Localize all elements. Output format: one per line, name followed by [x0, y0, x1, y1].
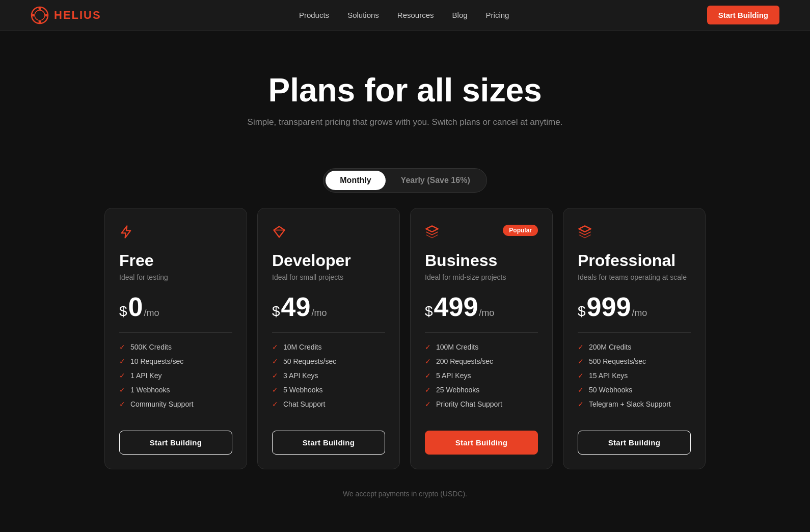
- pro-feature-4: ✓ Telegram + Slack Support: [578, 400, 691, 408]
- svg-point-1: [35, 10, 45, 20]
- business-dollar: $: [425, 303, 433, 320]
- free-amount: 0: [128, 294, 143, 320]
- nav-solutions[interactable]: Solutions: [347, 11, 379, 19]
- dev-feature-0: ✓ 10M Credits: [272, 343, 385, 351]
- svg-point-4: [32, 14, 35, 16]
- free-icon: [119, 225, 232, 242]
- free-subtitle: Ideal for testing: [119, 273, 232, 281]
- hero-title: Plans for all sizes: [10, 71, 800, 109]
- business-divider: [425, 332, 538, 333]
- professional-subtitle: Ideals for teams operating at scale: [578, 273, 691, 281]
- check-icon: ✓: [119, 357, 125, 365]
- pro-feature-1: ✓ 500 Requests/sec: [578, 357, 691, 365]
- check-icon: ✓: [578, 357, 584, 365]
- layers-icon: [425, 225, 439, 239]
- developer-icon: [272, 225, 385, 242]
- biz-feature-0: ✓ 100M Credits: [425, 343, 538, 351]
- toggle-pill: Monthly Yearly (Save 16%): [323, 168, 487, 193]
- check-icon: ✓: [425, 386, 431, 394]
- check-icon: ✓: [425, 343, 431, 351]
- professional-divider: [578, 332, 691, 333]
- svg-point-5: [45, 14, 48, 16]
- check-icon: ✓: [578, 371, 584, 380]
- plan-professional: Professional Ideals for teams operating …: [563, 208, 706, 469]
- biz-feature-1: ✓ 200 Requests/sec: [425, 357, 538, 365]
- business-cta-button[interactable]: Start Building: [425, 431, 538, 455]
- logo[interactable]: HELIUS: [31, 6, 101, 24]
- check-icon: ✓: [119, 400, 125, 408]
- pro-feature-2: ✓ 15 API Keys: [578, 371, 691, 380]
- check-icon: ✓: [272, 343, 278, 351]
- professional-icon: [578, 225, 691, 242]
- dev-feature-3: ✓ 5 Webhooks: [272, 386, 385, 394]
- free-period: /mo: [144, 308, 159, 318]
- pro-feature-0: ✓ 200M Credits: [578, 343, 691, 351]
- lightning-icon: [119, 225, 133, 239]
- plan-free: Free Ideal for testing $ 0 /mo ✓ 500K Cr…: [104, 208, 247, 469]
- free-dollar: $: [119, 303, 127, 320]
- check-icon: ✓: [425, 400, 431, 408]
- free-features: ✓ 500K Credits ✓ 10 Requests/sec ✓ 1 API…: [119, 343, 232, 414]
- free-feature-2: ✓ 1 API Key: [119, 371, 232, 380]
- developer-dollar: $: [272, 303, 280, 320]
- diamond-icon: [272, 225, 286, 239]
- professional-cta-button[interactable]: Start Building: [578, 431, 691, 455]
- layers2-icon: [578, 225, 592, 239]
- developer-amount: 49: [281, 294, 311, 320]
- dev-feature-4: ✓ Chat Support: [272, 400, 385, 408]
- check-icon: ✓: [119, 371, 125, 380]
- professional-features: ✓ 200M Credits ✓ 500 Requests/sec ✓ 15 A…: [578, 343, 691, 414]
- plan-developer: Developer Ideal for small projects $ 49 …: [257, 208, 400, 469]
- free-feature-3: ✓ 1 Webhooks: [119, 386, 232, 394]
- hero-section: Plans for all sizes Simple, transparent …: [0, 31, 810, 148]
- business-price-row: $ 499 /mo: [425, 294, 538, 320]
- business-amount: 499: [434, 294, 478, 320]
- hero-subtitle: Simple, transparent pricing that grows w…: [10, 117, 800, 127]
- navbar: HELIUS Products Solutions Resources Blog…: [0, 0, 810, 31]
- developer-cta-button[interactable]: Start Building: [272, 431, 385, 455]
- professional-price-row: $ 999 /mo: [578, 294, 691, 320]
- yearly-toggle[interactable]: Yearly (Save 16%): [387, 171, 484, 190]
- check-icon: ✓: [272, 357, 278, 365]
- nav-cta-button[interactable]: Start Building: [707, 6, 779, 24]
- developer-divider: [272, 332, 385, 333]
- biz-feature-3: ✓ 25 Webhooks: [425, 386, 538, 394]
- business-features: ✓ 100M Credits ✓ 200 Requests/sec ✓ 5 AP…: [425, 343, 538, 414]
- nav-resources[interactable]: Resources: [397, 11, 434, 19]
- business-title: Business: [425, 251, 538, 270]
- biz-feature-4: ✓ Priority Chat Support: [425, 400, 538, 408]
- professional-amount: 999: [587, 294, 631, 320]
- dev-feature-2: ✓ 3 API Keys: [272, 371, 385, 380]
- nav-pricing[interactable]: Pricing: [486, 11, 509, 19]
- check-icon: ✓: [119, 386, 125, 394]
- free-feature-4: ✓ Community Support: [119, 400, 232, 408]
- nav-products[interactable]: Products: [299, 11, 329, 19]
- monthly-toggle[interactable]: Monthly: [326, 171, 385, 190]
- developer-features: ✓ 10M Credits ✓ 50 Requests/sec ✓ 3 API …: [272, 343, 385, 414]
- check-icon: ✓: [272, 386, 278, 394]
- free-cta-button[interactable]: Start Building: [119, 431, 232, 455]
- pricing-cards: Free Ideal for testing $ 0 /mo ✓ 500K Cr…: [0, 208, 810, 490]
- svg-point-2: [39, 7, 41, 10]
- check-icon: ✓: [578, 386, 584, 394]
- check-icon: ✓: [425, 371, 431, 380]
- developer-title: Developer: [272, 251, 385, 270]
- professional-title: Professional: [578, 251, 691, 270]
- check-icon: ✓: [425, 357, 431, 365]
- billing-toggle: Monthly Yearly (Save 16%): [0, 168, 810, 193]
- developer-subtitle: Ideal for small projects: [272, 273, 385, 281]
- developer-period: /mo: [311, 308, 327, 318]
- free-feature-1: ✓ 10 Requests/sec: [119, 357, 232, 365]
- free-price-row: $ 0 /mo: [119, 294, 232, 320]
- dev-feature-1: ✓ 50 Requests/sec: [272, 357, 385, 365]
- logo-text: HELIUS: [54, 9, 101, 22]
- svg-point-3: [39, 20, 41, 23]
- check-icon: ✓: [578, 343, 584, 351]
- nav-links: Products Solutions Resources Blog Pricin…: [299, 11, 509, 20]
- developer-price-row: $ 49 /mo: [272, 294, 385, 320]
- logo-icon: [31, 6, 49, 24]
- professional-dollar: $: [578, 303, 586, 320]
- business-period: /mo: [479, 308, 494, 318]
- nav-blog[interactable]: Blog: [452, 11, 468, 19]
- free-divider: [119, 332, 232, 333]
